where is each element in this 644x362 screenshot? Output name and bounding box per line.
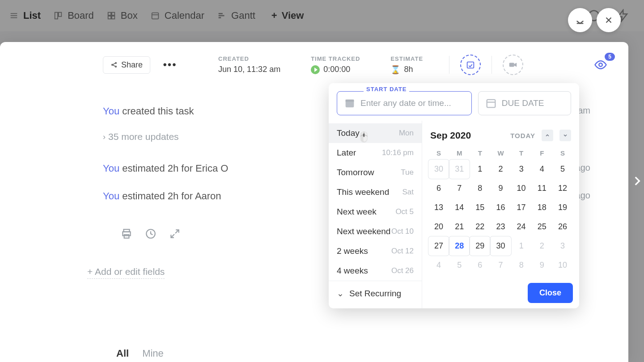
calendar-day[interactable]: 7 bbox=[490, 256, 511, 275]
quick-date-today[interactable]: TodayMon bbox=[329, 123, 422, 143]
start-date-field[interactable]: START DATE Enter any date or time... bbox=[337, 91, 472, 115]
history-icon[interactable] bbox=[145, 228, 157, 240]
calendar-day[interactable]: 7 bbox=[449, 179, 470, 198]
calendar-day[interactable]: 17 bbox=[511, 198, 532, 217]
calendar-day[interactable]: 9 bbox=[532, 256, 552, 275]
date-picker-close-button[interactable]: Close bbox=[528, 283, 573, 303]
expand-icon[interactable] bbox=[169, 228, 181, 240]
calendar-day[interactable]: 6 bbox=[428, 179, 449, 198]
date-picker-trigger[interactable] bbox=[460, 55, 481, 75]
share-icon bbox=[110, 61, 118, 68]
time-tracked-label: TIME TRACKED bbox=[311, 55, 360, 62]
activity-actor: You bbox=[103, 163, 119, 174]
calendar-today-button[interactable]: TODAY bbox=[510, 132, 535, 139]
calendar-day[interactable]: 8 bbox=[470, 179, 490, 198]
calendar-day[interactable]: 21 bbox=[449, 217, 470, 236]
minimize-button[interactable] bbox=[568, 8, 592, 32]
close-button[interactable] bbox=[597, 8, 621, 32]
calendar-next-button[interactable] bbox=[559, 130, 571, 141]
quick-date-list: TodayMon Later10:16 pm TomorrowTue This … bbox=[329, 121, 422, 308]
calendar-day[interactable]: 3 bbox=[552, 236, 573, 256]
share-label: Share bbox=[121, 60, 143, 70]
svg-point-20 bbox=[115, 63, 117, 64]
calendar-day[interactable]: 3 bbox=[511, 160, 532, 179]
task-header: Share ••• CREATED Jun 10, 11:32 am TIME … bbox=[0, 42, 628, 80]
quick-date-tomorrow[interactable]: TomorrowTue bbox=[329, 163, 422, 182]
calendar-day[interactable]: 2 bbox=[490, 160, 511, 179]
calendar-day[interactable]: 29 bbox=[470, 236, 490, 256]
estimate-value[interactable]: ⌛ 8h bbox=[390, 65, 423, 75]
quick-date-2-weeks[interactable]: 2 weeksOct 12 bbox=[329, 241, 422, 261]
due-date-field[interactable]: DUE DATE bbox=[478, 91, 571, 115]
calendar-icon bbox=[485, 97, 497, 109]
calendar-day[interactable]: 31 bbox=[449, 160, 470, 179]
calendar-day[interactable]: 19 bbox=[552, 198, 573, 217]
quick-date-next-week[interactable]: Next weekOct 5 bbox=[329, 202, 422, 222]
print-icon[interactable] bbox=[121, 228, 132, 240]
calendar-day[interactable]: 4 bbox=[532, 160, 552, 179]
calendar-day[interactable]: 1 bbox=[470, 160, 490, 179]
calendar-dow: S bbox=[428, 147, 449, 160]
calendar-day[interactable]: 5 bbox=[449, 256, 470, 275]
add-fields-button[interactable]: + Add or edit fields bbox=[87, 266, 165, 279]
time-tracked-meta: TIME TRACKED 0:00:00 bbox=[311, 55, 360, 74]
estimate-meta: ESTIMATE ⌛ 8h bbox=[390, 55, 423, 75]
calendar-day[interactable]: 12 bbox=[552, 179, 573, 198]
comments-tab-all[interactable]: All bbox=[116, 348, 129, 359]
comments-tab-mine[interactable]: Mine bbox=[142, 348, 164, 359]
calendar-day[interactable]: 6 bbox=[470, 256, 490, 275]
calendar-day[interactable]: 11 bbox=[532, 179, 552, 198]
calendar-day[interactable]: 30 bbox=[428, 160, 449, 179]
activity-text: created this task bbox=[119, 105, 194, 117]
calendar-day[interactable]: 26 bbox=[552, 217, 573, 236]
separator bbox=[491, 56, 492, 74]
svg-line-23 bbox=[113, 65, 115, 67]
calendar-day[interactable]: 2 bbox=[532, 236, 552, 256]
calendar-day[interactable]: 5 bbox=[552, 160, 573, 179]
next-task-handle[interactable] bbox=[630, 154, 644, 208]
share-button[interactable]: Share bbox=[103, 56, 150, 74]
calendar-day[interactable]: 22 bbox=[470, 217, 490, 236]
calendar-prev-button[interactable] bbox=[542, 130, 553, 141]
set-recurring-button[interactable]: ⌄ Set Recurring bbox=[329, 281, 422, 306]
calendar: Sep 2020 TODAY SMTWTFS303112345678910111… bbox=[422, 121, 579, 308]
quick-date-weekend[interactable]: This weekendSat bbox=[329, 182, 422, 202]
calendar-day[interactable]: 1 bbox=[511, 236, 532, 256]
chevron-right-icon: › bbox=[103, 132, 106, 142]
calendar-day[interactable]: 15 bbox=[470, 198, 490, 217]
play-icon[interactable] bbox=[311, 65, 320, 74]
calendar-day[interactable]: 28 bbox=[449, 236, 470, 256]
calendar-day[interactable]: 25 bbox=[532, 217, 552, 236]
calendar-day[interactable]: 8 bbox=[511, 256, 532, 275]
hourglass-icon: ⌛ bbox=[390, 65, 400, 75]
calendar-day[interactable]: 16 bbox=[490, 198, 511, 217]
calendar-day[interactable]: 10 bbox=[511, 179, 532, 198]
quick-date-later[interactable]: Later10:16 pm bbox=[329, 143, 422, 163]
calendar-day[interactable]: 23 bbox=[490, 217, 511, 236]
more-button[interactable]: ••• bbox=[161, 59, 179, 70]
calendar-day[interactable]: 14 bbox=[449, 198, 470, 217]
svg-point-19 bbox=[112, 64, 113, 66]
calendar-day[interactable]: 24 bbox=[511, 217, 532, 236]
activity-text: estimated 2h for Erica O bbox=[119, 163, 228, 174]
svg-rect-35 bbox=[346, 100, 354, 102]
calendar-day[interactable]: 10 bbox=[552, 256, 573, 275]
calendar-day[interactable]: 18 bbox=[532, 198, 552, 217]
svg-rect-36 bbox=[487, 100, 496, 108]
quick-date-next-weekend[interactable]: Next weekendOct 10 bbox=[329, 222, 422, 241]
watchers-button[interactable]: 5 bbox=[591, 58, 610, 72]
calendar-day[interactable]: 13 bbox=[428, 198, 449, 217]
time-tracked-value[interactable]: 0:00:00 bbox=[311, 65, 360, 74]
svg-rect-25 bbox=[509, 63, 514, 67]
calendar-day[interactable]: 30 bbox=[490, 236, 511, 256]
calendar-day[interactable]: 4 bbox=[428, 256, 449, 275]
svg-rect-24 bbox=[467, 62, 474, 68]
svg-line-22 bbox=[113, 63, 115, 65]
calendar-day[interactable]: 20 bbox=[428, 217, 449, 236]
calendar-icon bbox=[343, 97, 356, 109]
quick-date-4-weeks[interactable]: 4 weeksOct 26 bbox=[329, 261, 422, 281]
calendar-day[interactable]: 27 bbox=[428, 236, 449, 256]
separator bbox=[449, 56, 449, 74]
calendar-day[interactable]: 9 bbox=[490, 179, 511, 198]
video-call-button[interactable] bbox=[503, 55, 523, 75]
